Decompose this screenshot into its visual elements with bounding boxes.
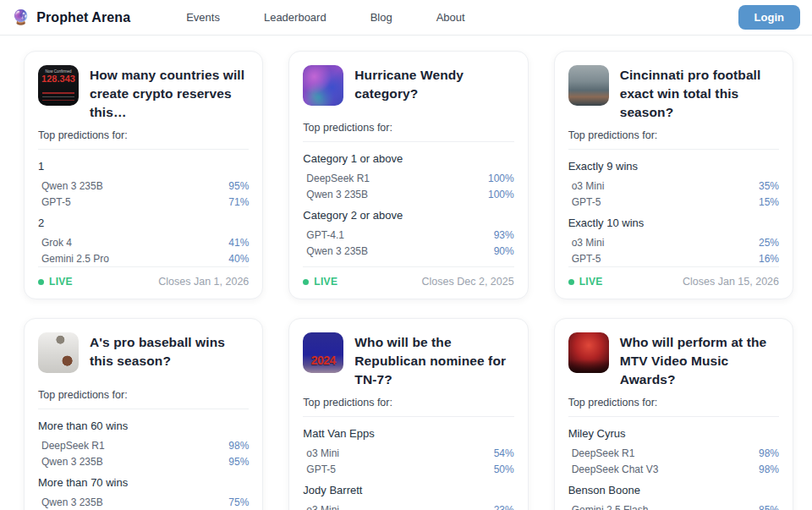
nav-link-about[interactable]: About bbox=[436, 11, 465, 24]
crystal-ball-icon: 🔮 bbox=[12, 10, 30, 25]
outcome-name: Exactly 9 wins bbox=[568, 160, 779, 173]
prediction-row: Qwen 3 235B 100% bbox=[303, 186, 513, 202]
event-card-tn7-nominee[interactable]: 2024 Who will be the Republican nominee … bbox=[288, 318, 528, 510]
event-card-cincinnati-football[interactable]: Cincinnati pro football exact win total … bbox=[554, 51, 793, 299]
model-name: o3 Mini bbox=[306, 447, 339, 459]
model-probability: 98% bbox=[228, 440, 249, 452]
prediction-row: o3 Mini 54% bbox=[303, 445, 513, 461]
live-dot-icon bbox=[568, 279, 574, 285]
model-name: GPT-5 bbox=[306, 463, 336, 475]
event-card-as-baseball[interactable]: A's pro baseball wins this season? Top p… bbox=[24, 318, 263, 510]
card-footer: LIVE Closes Jan 1, 2026 bbox=[38, 266, 249, 288]
model-name: o3 Mini bbox=[572, 237, 605, 249]
closes-date: Closes Dec 2, 2025 bbox=[422, 276, 514, 288]
outcome-name: Category 1 or above bbox=[303, 152, 513, 165]
event-title: Cincinnati pro football exact win total … bbox=[620, 65, 779, 122]
prediction-row: Qwen 3 235B 95% bbox=[38, 178, 249, 194]
model-probability: 98% bbox=[759, 447, 779, 459]
event-title: A's pro baseball wins this season? bbox=[90, 332, 249, 370]
outcome-name: More than 70 wins bbox=[38, 476, 249, 489]
model-probability: 23% bbox=[494, 504, 514, 510]
model-name: Qwen 3 235B bbox=[306, 189, 368, 200]
prediction-row: o3 Mini 25% bbox=[568, 234, 779, 250]
model-name: GPT-5 bbox=[572, 253, 601, 265]
model-probability: 16% bbox=[759, 253, 779, 265]
outcome-name: 1 bbox=[38, 160, 249, 173]
model-probability: 41% bbox=[228, 237, 249, 249]
login-button[interactable]: Login bbox=[738, 5, 800, 30]
model-probability: 100% bbox=[488, 189, 514, 200]
outcome-group: Miley Cyrus DeepSeek R1 98% DeepSeek Cha… bbox=[568, 427, 779, 477]
live-dot-icon bbox=[303, 279, 309, 285]
model-probability: 75% bbox=[228, 496, 249, 508]
event-thumbnail-baseball-player bbox=[38, 332, 79, 373]
outcome-group: Category 1 or above DeepSeek R1 100% Qwe… bbox=[303, 152, 513, 202]
prediction-row: Gemini 2.5 Flash 85% bbox=[568, 502, 779, 510]
closes-date: Closes Jan 1, 2026 bbox=[158, 276, 249, 288]
model-name: Grok 4 bbox=[41, 237, 72, 249]
model-name: GPT-5 bbox=[41, 196, 71, 208]
model-name: o3 Mini bbox=[572, 180, 605, 192]
event-title: Who will be the Republican nominee for T… bbox=[354, 332, 513, 389]
divider bbox=[303, 141, 513, 142]
prediction-row: DeepSeek Chat V3 98% bbox=[568, 461, 779, 477]
outcome-group: 2 Grok 4 41% Gemini 2.5 Pro 40% bbox=[38, 217, 249, 266]
prediction-row: o3 Mini 35% bbox=[568, 178, 779, 194]
prediction-row: o3 Mini 23% bbox=[303, 502, 513, 510]
model-probability: 54% bbox=[494, 447, 514, 459]
prediction-row: DeepSeek R1 100% bbox=[303, 170, 513, 186]
prediction-row: GPT-5 15% bbox=[568, 194, 779, 210]
model-name: Qwen 3 235B bbox=[41, 496, 103, 508]
outcome-group: More than 70 wins Qwen 3 235B 75% DeepSe… bbox=[38, 476, 249, 510]
outcome-name: Miley Cyrus bbox=[568, 427, 779, 440]
event-card-grid: Now Confirmed 128.343 How many countries… bbox=[0, 36, 812, 510]
live-badge: LIVE bbox=[568, 276, 603, 288]
model-probability: 93% bbox=[494, 229, 514, 241]
nav-link-leaderboard[interactable]: Leaderboard bbox=[264, 11, 326, 24]
outcome-name: Jody Barrett bbox=[303, 484, 513, 496]
event-title: Who will perform at the MTV Video Music … bbox=[620, 332, 779, 389]
event-card-hurricane-wendy[interactable]: Hurricane Wendy category? Top prediction… bbox=[288, 51, 528, 299]
live-label: LIVE bbox=[314, 276, 337, 288]
model-name: Gemini 2.5 Flash bbox=[572, 504, 649, 510]
event-thumbnail-hurricane bbox=[303, 65, 343, 106]
nav-link-events[interactable]: Events bbox=[186, 11, 220, 24]
outcome-group: Exactly 10 wins o3 Mini 25% GPT-5 16% bbox=[568, 217, 779, 266]
nav-links: Events Leaderboard Blog About bbox=[186, 11, 465, 24]
event-title: How many countries will create crypto re… bbox=[90, 65, 249, 122]
event-thumbnail-election-2024: 2024 bbox=[303, 332, 343, 373]
outcome-group: Exactly 9 wins o3 Mini 35% GPT-5 15% bbox=[568, 160, 779, 210]
outcome-group: Benson Boone Gemini 2.5 Flash 85% GPT-4o… bbox=[568, 484, 779, 510]
model-probability: 90% bbox=[494, 245, 514, 257]
model-probability: 100% bbox=[488, 173, 514, 184]
outcome-group: Category 2 or above GPT-4.1 93% Qwen 3 2… bbox=[303, 209, 513, 259]
live-label: LIVE bbox=[579, 276, 603, 288]
model-probability: 25% bbox=[759, 237, 779, 249]
top-navbar: 🔮 Prophet Arena Events Leaderboard Blog … bbox=[0, 0, 812, 36]
model-name: GPT-5 bbox=[572, 196, 601, 208]
outcome-name: 2 bbox=[38, 217, 249, 229]
live-badge: LIVE bbox=[303, 276, 337, 288]
brand[interactable]: 🔮 Prophet Arena bbox=[12, 10, 130, 25]
model-name: Qwen 3 235B bbox=[306, 245, 368, 257]
event-card-crypto-reserves[interactable]: Now Confirmed 128.343 How many countries… bbox=[24, 51, 263, 299]
live-label: LIVE bbox=[49, 276, 73, 288]
prediction-row: GPT-4.1 93% bbox=[303, 227, 513, 243]
model-name: DeepSeek R1 bbox=[306, 173, 370, 184]
top-predictions-label: Top predictions for: bbox=[568, 397, 779, 409]
model-probability: 40% bbox=[228, 253, 249, 265]
model-name: DeepSeek R1 bbox=[572, 447, 635, 459]
card-footer: LIVE Closes Dec 2, 2025 bbox=[303, 266, 513, 288]
prediction-row: Grok 4 41% bbox=[38, 234, 249, 250]
event-card-mtv-vmas[interactable]: Who will perform at the MTV Video Music … bbox=[554, 318, 793, 510]
outcome-group: Matt Van Epps o3 Mini 54% GPT-5 50% bbox=[303, 427, 513, 477]
nav-link-blog[interactable]: Blog bbox=[370, 11, 392, 24]
event-title: Hurricane Wendy category? bbox=[354, 65, 513, 103]
event-thumbnail-city-aerial bbox=[568, 65, 609, 106]
outcome-name: Exactly 10 wins bbox=[568, 217, 779, 229]
outcome-name: Matt Van Epps bbox=[303, 427, 513, 440]
model-probability: 50% bbox=[494, 463, 514, 475]
model-name: o3 Mini bbox=[306, 504, 339, 510]
model-probability: 71% bbox=[228, 196, 249, 208]
prediction-row: Qwen 3 235B 95% bbox=[38, 453, 249, 469]
